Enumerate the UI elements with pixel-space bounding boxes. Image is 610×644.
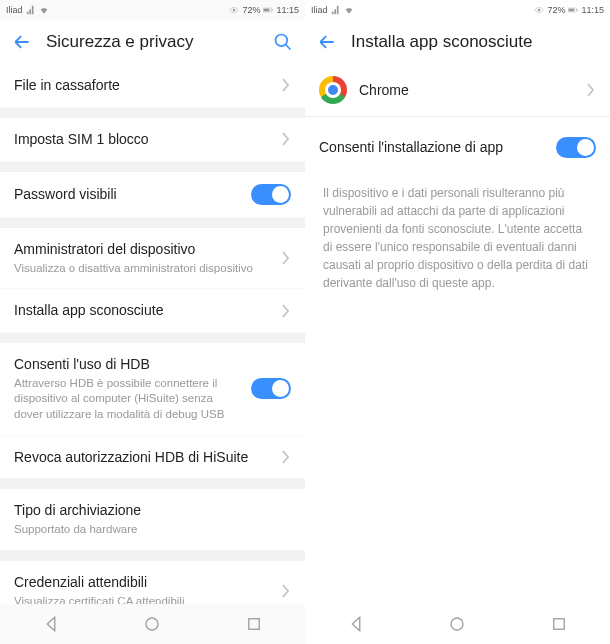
back-icon[interactable] bbox=[12, 32, 32, 52]
page-title: Sicurezza e privacy bbox=[46, 32, 259, 52]
row-file-cassaforte[interactable]: File in cassaforte bbox=[0, 64, 305, 108]
page-title: Installa app sconosciute bbox=[351, 32, 598, 52]
label: Imposta SIM 1 blocco bbox=[14, 130, 271, 149]
nav-back-icon[interactable] bbox=[347, 615, 365, 633]
toggle-password-visible[interactable] bbox=[251, 184, 291, 205]
navbar bbox=[0, 604, 305, 644]
time-label: 11:15 bbox=[276, 5, 299, 15]
chevron-right-icon bbox=[281, 132, 291, 146]
svg-point-4 bbox=[276, 35, 288, 47]
svg-rect-12 bbox=[554, 619, 565, 630]
svg-rect-2 bbox=[264, 9, 270, 12]
svg-point-11 bbox=[451, 618, 463, 630]
chevron-right-icon bbox=[281, 584, 291, 598]
warning-text: Il dispositivo e i dati personali risult… bbox=[305, 170, 610, 306]
label: Password visibili bbox=[14, 185, 241, 204]
svg-rect-10 bbox=[577, 9, 578, 11]
unknown-apps-content: Chrome Consenti l'installazione di app I… bbox=[305, 64, 610, 604]
battery-icon bbox=[568, 5, 578, 15]
sublabel: Visualizza certificati CA attendibili bbox=[14, 594, 271, 604]
chrome-icon bbox=[319, 76, 347, 104]
row-device-admins[interactable]: Amministratori del dispositivo Visualizz… bbox=[0, 228, 305, 289]
svg-point-0 bbox=[233, 9, 236, 12]
time-label: 11:15 bbox=[581, 5, 604, 15]
row-install-unknown[interactable]: Installa app sconosciute bbox=[0, 289, 305, 333]
row-allow-install: Consenti l'installazione di app bbox=[305, 125, 610, 170]
label: Revoca autorizzazioni HDB di HiSuite bbox=[14, 448, 271, 467]
label: Credenziali attendibili bbox=[14, 573, 271, 592]
sublabel: Supportato da hardware bbox=[14, 522, 291, 538]
label: Consenti l'uso di HDB bbox=[14, 355, 241, 374]
chevron-right-icon bbox=[281, 450, 291, 464]
row-chrome-app[interactable]: Chrome bbox=[305, 64, 610, 117]
toggle-hdb[interactable] bbox=[251, 378, 291, 399]
row-trusted-credentials[interactable]: Credenziali attendibili Visualizza certi… bbox=[0, 561, 305, 604]
statusbar: Iliad 72% 11:15 bbox=[0, 0, 305, 20]
row-sim-block[interactable]: Imposta SIM 1 blocco bbox=[0, 118, 305, 162]
back-icon[interactable] bbox=[317, 32, 337, 52]
settings-list: File in cassaforte Imposta SIM 1 blocco … bbox=[0, 64, 305, 604]
label: Installa app sconosciute bbox=[14, 301, 271, 320]
row-allow-hdb: Consenti l'uso di HDB Attraverso HDB è p… bbox=[0, 343, 305, 435]
nav-home-icon[interactable] bbox=[448, 615, 466, 633]
eye-off-icon bbox=[534, 5, 544, 15]
wifi-icon bbox=[39, 5, 49, 15]
chevron-right-icon bbox=[281, 251, 291, 265]
screen-security-privacy: Iliad 72% 11:15 Sicurezza e privacy File… bbox=[0, 0, 305, 644]
wifi-icon bbox=[344, 5, 354, 15]
nav-recent-icon[interactable] bbox=[245, 615, 263, 633]
label: Tipo di archiviazione bbox=[14, 501, 291, 520]
svg-point-7 bbox=[538, 9, 541, 12]
battery-label: 72% bbox=[547, 5, 565, 15]
svg-rect-3 bbox=[272, 9, 273, 11]
svg-point-5 bbox=[146, 618, 158, 630]
search-icon[interactable] bbox=[273, 32, 293, 52]
battery-label: 72% bbox=[242, 5, 260, 15]
chevron-right-icon bbox=[281, 304, 291, 318]
nav-home-icon[interactable] bbox=[143, 615, 161, 633]
row-password-visible: Password visibili bbox=[0, 172, 305, 218]
label: File in cassaforte bbox=[14, 76, 271, 95]
navbar bbox=[305, 604, 610, 644]
sublabel: Visualizza o disattiva amministratori di… bbox=[14, 261, 271, 277]
titlebar: Sicurezza e privacy bbox=[0, 20, 305, 64]
nav-back-icon[interactable] bbox=[42, 615, 60, 633]
sublabel: Attraverso HDB è possibile connettere il… bbox=[14, 376, 241, 423]
toggle-allow-install[interactable] bbox=[556, 137, 596, 158]
label: Amministratori del dispositivo bbox=[14, 240, 271, 259]
signal-icon bbox=[26, 5, 36, 15]
label: Consenti l'installazione di app bbox=[319, 138, 546, 157]
svg-rect-6 bbox=[249, 619, 260, 630]
row-storage-type: Tipo di archiviazione Supportato da hard… bbox=[0, 489, 305, 550]
app-name: Chrome bbox=[359, 82, 574, 98]
eye-off-icon bbox=[229, 5, 239, 15]
chevron-right-icon bbox=[586, 83, 596, 97]
carrier-label: Iliad bbox=[6, 5, 23, 15]
row-revoke-hdb[interactable]: Revoca autorizzazioni HDB di HiSuite bbox=[0, 436, 305, 480]
nav-recent-icon[interactable] bbox=[550, 615, 568, 633]
svg-rect-9 bbox=[569, 9, 575, 12]
chevron-right-icon bbox=[281, 78, 291, 92]
screen-install-unknown: Iliad 72% 11:15 Installa app sconosciute… bbox=[305, 0, 610, 644]
carrier-label: Iliad bbox=[311, 5, 328, 15]
signal-icon bbox=[331, 5, 341, 15]
battery-icon bbox=[263, 5, 273, 15]
statusbar: Iliad 72% 11:15 bbox=[305, 0, 610, 20]
titlebar: Installa app sconosciute bbox=[305, 20, 610, 64]
